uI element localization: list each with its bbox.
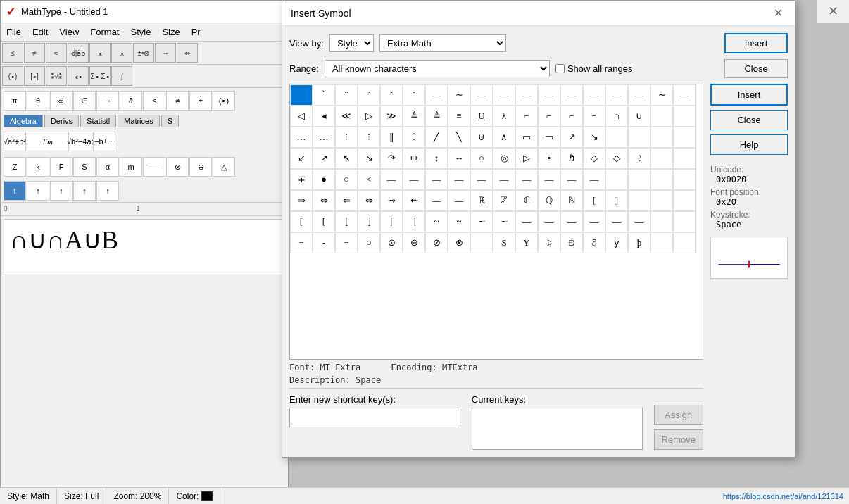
sym-cell-rwave[interactable]: ⇝ <box>380 190 403 211</box>
sym-cell-ceil2[interactable]: ⌉ <box>403 211 425 232</box>
cursor-up2[interactable]: ↑ <box>50 181 73 201</box>
palette-F[interactable]: F <box>50 157 73 177</box>
sym-cell-dash6[interactable]: — <box>560 84 583 106</box>
sym-cell-r7c14[interactable]: — <box>583 211 605 232</box>
sym-cell-r4c18[interactable] <box>673 148 696 169</box>
sym-cell-r5c13[interactable]: — <box>560 169 583 190</box>
sym-cell-lr[interactable]: ↔ <box>448 148 470 169</box>
sym-cell-rect[interactable]: ▭ <box>515 127 538 148</box>
menu-size[interactable]: Size <box>156 25 185 39</box>
sym-cell-hbar[interactable]: ℏ <box>560 148 583 169</box>
toolbar-btn-11[interactable]: [∘] <box>24 66 45 86</box>
sym-cell-diamond[interactable]: ◇ <box>583 148 605 169</box>
sym-cell-filled[interactable]: ● <box>313 169 335 190</box>
toolbar-btn-8[interactable]: → <box>155 43 176 63</box>
toolbar-btn-9[interactable]: ⇔ <box>177 43 198 63</box>
sym-cell-lbracket[interactable]: [ <box>583 190 605 211</box>
sym-cell-r2c12[interactable]: ⌐ <box>538 106 560 127</box>
sym-cell-space[interactable] <box>290 84 313 106</box>
sym-cell-mapsto[interactable]: ↦ <box>403 148 425 169</box>
sym-cell-ell[interactable]: ℓ <box>628 148 650 169</box>
sym-cell-r6c8[interactable]: — <box>448 190 470 211</box>
palette-quad[interactable]: −b±... <box>93 132 115 151</box>
sym-cell-dash2[interactable]: — <box>470 84 493 106</box>
sym-cell-grave[interactable]: ˋ <box>313 84 335 106</box>
sym-cell-r5c12[interactable]: — <box>538 169 560 190</box>
right-help-button[interactable]: Help <box>710 134 788 155</box>
sym-cell-dash9[interactable]: — <box>628 84 650 106</box>
palette-pm[interactable]: ± <box>189 91 212 111</box>
sym-cell-dots1[interactable]: … <box>290 127 313 148</box>
sym-cell-r7c13[interactable]: — <box>560 211 583 232</box>
sym-cell-r7c15[interactable]: — <box>605 211 628 232</box>
palette-bracket[interactable]: (∘) <box>213 91 235 111</box>
sym-cell-r3c17[interactable] <box>650 127 673 148</box>
sym-cell-floor2[interactable]: ⌋ <box>358 211 380 232</box>
sym-cell-sim2[interactable]: ∼ <box>493 211 515 232</box>
palette-otimes[interactable]: ⊗ <box>166 157 189 177</box>
sym-cell-r2c17[interactable] <box>650 106 673 127</box>
sym-cell-searr[interactable]: ↘ <box>583 127 605 148</box>
sym-cell-r3c16[interactable] <box>628 127 650 148</box>
tab-algebra[interactable]: Algebra <box>4 115 43 127</box>
sym-cell-bullet[interactable]: • <box>538 148 560 169</box>
sym-cell-r5c14[interactable]: — <box>583 169 605 190</box>
sym-cell-r3c18[interactable] <box>673 127 696 148</box>
toolbar-btn-7[interactable]: ±•⊗ <box>133 43 154 63</box>
palette-neq[interactable]: ≠ <box>166 91 189 111</box>
sym-cell-otimes2[interactable]: ⊗ <box>448 232 470 253</box>
tab-s[interactable]: S <box>161 115 179 127</box>
palette-sqrt[interactable]: √a²+b² <box>4 132 26 151</box>
sym-cell-lrdarr2[interactable]: ⇔ <box>358 190 380 211</box>
toolbar-btn-14[interactable]: Σ∘ Σ∘ <box>89 66 111 86</box>
range-select[interactable]: All known characters <box>325 60 550 77</box>
close-button[interactable]: Close <box>724 59 788 78</box>
sym-cell-minus3[interactable]: − <box>335 232 358 253</box>
sym-cell-r5c17[interactable] <box>650 169 673 190</box>
palette-infty[interactable]: ∞ <box>50 91 73 111</box>
palette-leq[interactable]: ≤ <box>143 91 165 111</box>
cursor-up4[interactable]: ↑ <box>96 181 119 201</box>
sym-cell-swarr[interactable]: ↙ <box>290 148 313 169</box>
sym-cell-r7c11[interactable]: — <box>515 211 538 232</box>
sym-cell-Yuml[interactable]: Ÿ <box>515 232 538 253</box>
sym-cell-r6c7[interactable]: — <box>425 190 448 211</box>
sym-cell-r7c7[interactable]: ~ <box>425 211 448 232</box>
cursor-t[interactable]: t <box>4 181 26 201</box>
sym-cell-r2c7[interactable]: ≜ <box>425 106 448 127</box>
sym-cell-r2c6[interactable]: ≜ <box>403 106 425 127</box>
sym-cell-tilde[interactable]: ˜ <box>358 84 380 106</box>
sym-cell-apple[interactable] <box>470 232 493 253</box>
remove-button[interactable]: Remove <box>654 429 703 450</box>
toolbar-btn-5[interactable]: ⁎ <box>89 43 111 63</box>
menu-file[interactable]: File <box>1 25 27 39</box>
toolbar-btn-2[interactable]: ≠ <box>24 43 45 63</box>
sym-cell-lwave[interactable]: ⇜ <box>403 190 425 211</box>
palette-lim[interactable]: lim <box>27 132 69 151</box>
sym-cell-bslash[interactable]: ╲ <box>448 127 470 148</box>
sym-cell-r2c13[interactable]: ⌐ <box>560 106 583 127</box>
sym-cell-r8c18[interactable] <box>673 232 696 253</box>
sym-cell-minus1[interactable]: − <box>290 232 313 253</box>
sym-cell-wave2[interactable]: ∼ <box>650 84 673 106</box>
sym-cell-cap[interactable]: ∩ <box>605 106 628 127</box>
sym-cell-searr2[interactable]: ↘ <box>358 148 380 169</box>
sym-cell-wave[interactable]: ∼ <box>448 84 470 106</box>
insert-button[interactable]: Insert <box>724 33 788 53</box>
sym-cell-r4c17[interactable] <box>650 148 673 169</box>
sym-cell-lambda[interactable]: λ <box>493 106 515 127</box>
sym-cell-Eth[interactable]: Ð <box>560 232 583 253</box>
cursor-up1[interactable]: ↑ <box>27 181 49 201</box>
sym-cell-r5c8[interactable]: — <box>448 169 470 190</box>
sym-cell-r6c18[interactable] <box>673 190 696 211</box>
palette-theta[interactable]: θ <box>27 91 49 111</box>
sym-cell-r2c11[interactable]: ⌐ <box>515 106 538 127</box>
right-close-button[interactable]: Close <box>710 110 788 130</box>
sym-cell-S[interactable]: S <box>493 232 515 253</box>
sym-cell-mp[interactable]: ∓ <box>290 169 313 190</box>
sym-cell-hat[interactable]: ˆ <box>335 84 358 106</box>
palette-arrow[interactable]: → <box>96 91 119 111</box>
assign-button[interactable]: Assign <box>654 405 703 425</box>
sym-cell-r5c16[interactable] <box>628 169 650 190</box>
sym-cell-r5c7[interactable]: — <box>425 169 448 190</box>
